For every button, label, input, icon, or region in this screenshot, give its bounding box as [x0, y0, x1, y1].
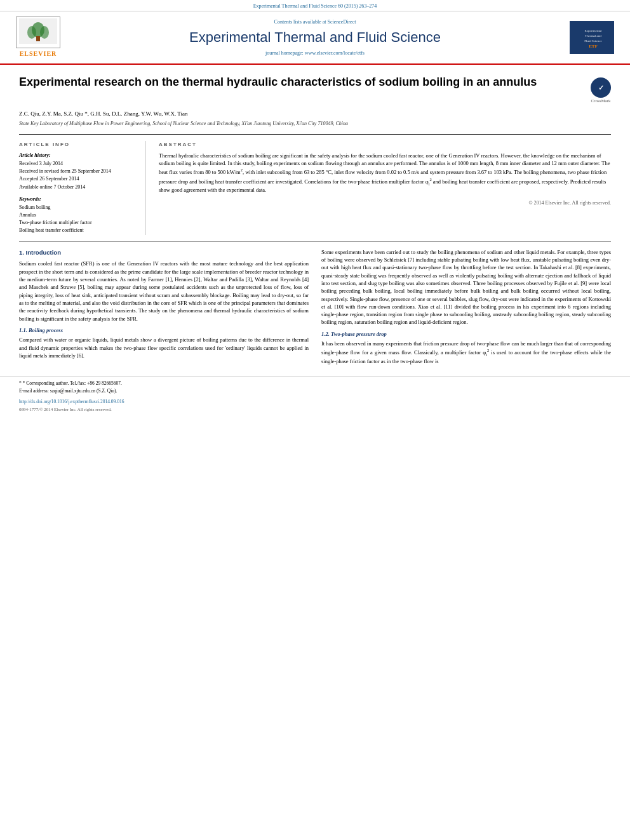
article-content: Experimental research on the thermal hyd…: [0, 65, 630, 376]
svg-point-2: [27, 26, 36, 39]
right-intro-para-1: Some experiments have been carried out t…: [321, 248, 611, 326]
available-online-date: Available online 7 October 2014: [19, 183, 138, 190]
affiliation-text: State Key Laboratory of Multiphase Flow …: [19, 120, 611, 127]
abstract-copyright: © 2014 Elsevier Inc. All rights reserved…: [159, 199, 611, 206]
received-revised-date: Received in revised form 25 September 20…: [19, 168, 138, 175]
crossmark-svg: ✓: [591, 77, 611, 98]
doi-link-1[interactable]: http://dx.doi.org/10.1016/j.expthermflus…: [19, 399, 124, 404]
keyword-3: Two-phase friction multiplier factor: [19, 219, 138, 226]
footer: * * Corresponding author. Tel./fax: +86 …: [0, 376, 630, 417]
footnote-email: E-mail address: szqiu@mail.xjtu.edu.cn (…: [19, 388, 611, 395]
subsection-1-1-title: 1.1. Boiling process: [19, 326, 309, 334]
svg-text:Fluid Science: Fluid Science: [584, 39, 602, 43]
abstract-column: ABSTRACT Thermal hydraulic characteristi…: [159, 141, 611, 235]
received-date: Received 3 July 2014: [19, 160, 138, 167]
abstract-heading: ABSTRACT: [159, 141, 611, 148]
history-label: Article history:: [19, 152, 138, 159]
journal-header: ELSEVIER Contents lists available at Sci…: [0, 11, 630, 65]
svg-text:Experimental: Experimental: [585, 29, 603, 32]
doi-links: http://dx.doi.org/10.1016/j.expthermflus…: [19, 397, 611, 406]
svg-rect-4: [36, 36, 40, 41]
authors-text: Z.C. Qiu, Z.Y. Ma, S.Z. Qiu *, G.H. Su, …: [19, 110, 188, 117]
crossmark-label: CrossMark: [591, 98, 611, 105]
keyword-1: Sodium boiling: [19, 204, 138, 211]
page: Experimental Thermal and Fluid Science 6…: [0, 0, 630, 840]
journal-center-info: Contents lists available at ScienceDirec…: [70, 18, 560, 57]
accepted-date: Accepted 26 September 2014: [19, 175, 138, 182]
svg-text:ETF: ETF: [589, 44, 598, 49]
intro-para-1: Sodium cooled fast reactor (SFR) is one …: [19, 260, 309, 323]
elsevier-logo-box: [16, 17, 60, 48]
article-title-section: Experimental research on the thermal hyd…: [19, 75, 611, 105]
svg-point-3: [40, 26, 49, 39]
crossmark-icon: ✓: [591, 77, 611, 98]
journal-logo-right: Experimental Thermal and Fluid Science E…: [566, 21, 617, 54]
elsevier-text-label: ELSEVIER: [20, 50, 57, 58]
body-left-column: 1. Introduction Sodium cooled fast react…: [19, 248, 309, 370]
article-title: Experimental research on the thermal hyd…: [19, 75, 584, 90]
article-history: Article history: Received 3 July 2014 Re…: [19, 152, 138, 190]
keyword-2: Annulus: [19, 211, 138, 218]
svg-text:✓: ✓: [598, 84, 604, 91]
footer-copyright: 0894-1777/© 2014 Elsevier Inc. All right…: [19, 407, 611, 413]
journal-reference: Experimental Thermal and Fluid Science 6…: [253, 3, 377, 9]
authors-line: Z.C. Qiu, Z.Y. Ma, S.Z. Qiu *, G.H. Su, …: [19, 110, 611, 118]
article-info-heading: ARTICLE INFO: [19, 141, 138, 148]
body-right-column: Some experiments have been carried out t…: [321, 248, 611, 370]
journal-title: Experimental Thermal and Fluid Science: [70, 28, 560, 48]
subsection-1-1-para: Compared with water or organic liquids, …: [19, 336, 309, 359]
keyword-4: Boiling heat transfer coefficient: [19, 227, 138, 234]
section-1-title: 1. Introduction: [19, 248, 309, 257]
footnote-corresponding-author: * * Corresponding author. Tel./fax: +86 …: [19, 380, 611, 387]
article-info-column: ARTICLE INFO Article history: Received 3…: [19, 141, 146, 235]
journal-icon: Experimental Thermal and Fluid Science E…: [574, 24, 612, 50]
body-text-section: 1. Introduction Sodium cooled fast react…: [19, 248, 611, 370]
sciencedirect-label: ScienceDirect: [328, 19, 356, 25]
svg-text:Thermal and: Thermal and: [585, 34, 601, 37]
journal-reference-bar: Experimental Thermal and Fluid Science 6…: [0, 0, 630, 11]
keywords-section: Keywords: Sodium boiling Annulus Two-pha…: [19, 196, 138, 234]
body-divider: [19, 241, 611, 242]
elsevier-tree-icon: [19, 18, 57, 44]
subsection-1-2-title: 1.2. Two-phase pressure drop: [321, 330, 611, 338]
sciencedirect-link[interactable]: Contents lists available at ScienceDirec…: [70, 18, 560, 25]
journal-homepage: journal homepage: www.elsevier.com/locat…: [70, 50, 560, 57]
abstract-text: Thermal hydraulic characteristics of sod…: [159, 152, 611, 194]
crossmark-badge: ✓ CrossMark: [591, 77, 611, 105]
journal-logo-box: Experimental Thermal and Fluid Science E…: [570, 21, 614, 54]
subsection-1-2-para: It has been observed in many experiments…: [321, 340, 611, 366]
elsevier-logo: ELSEVIER: [13, 17, 64, 58]
keywords-label: Keywords:: [19, 196, 138, 203]
article-info-abstract-section: ARTICLE INFO Article history: Received 3…: [19, 134, 611, 235]
